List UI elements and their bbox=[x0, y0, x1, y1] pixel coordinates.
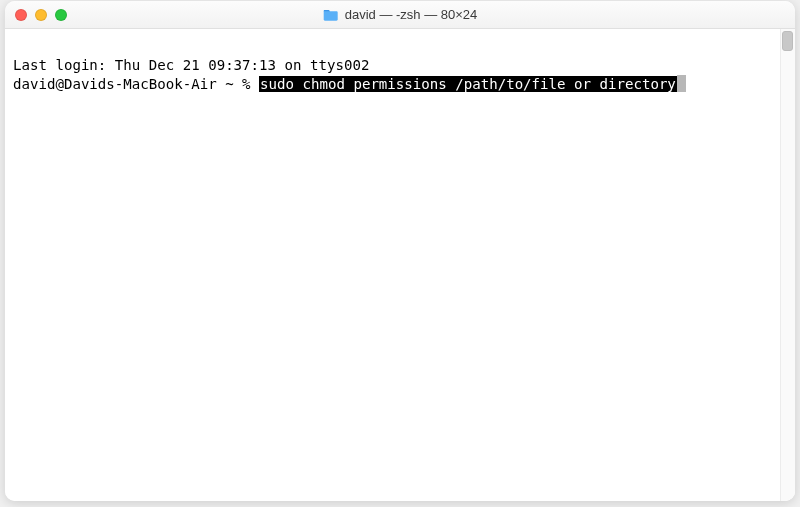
prompt-text: david@Davids-MacBook-Air ~ % bbox=[13, 76, 259, 92]
window-title-group: david — -zsh — 80×24 bbox=[323, 7, 478, 22]
folder-icon bbox=[323, 8, 339, 22]
command-input[interactable]: sudo chmod permissions /path/to/file_or_… bbox=[259, 76, 677, 92]
zoom-icon[interactable] bbox=[55, 9, 67, 21]
window-controls bbox=[15, 9, 67, 21]
titlebar[interactable]: david — -zsh — 80×24 bbox=[5, 1, 795, 29]
terminal-window: david — -zsh — 80×24 Last login: Thu Dec… bbox=[5, 1, 795, 501]
close-icon[interactable] bbox=[15, 9, 27, 21]
terminal-content[interactable]: Last login: Thu Dec 21 09:37:13 on ttys0… bbox=[5, 29, 795, 501]
scrollbar-thumb[interactable] bbox=[782, 31, 793, 51]
minimize-icon[interactable] bbox=[35, 9, 47, 21]
window-title: david — -zsh — 80×24 bbox=[345, 7, 478, 22]
terminal-line-login: Last login: Thu Dec 21 09:37:13 on ttys0… bbox=[13, 56, 787, 75]
cursor bbox=[677, 75, 686, 92]
scrollbar-track[interactable] bbox=[780, 29, 795, 501]
terminal-line-prompt: david@Davids-MacBook-Air ~ % sudo chmod … bbox=[13, 75, 787, 94]
